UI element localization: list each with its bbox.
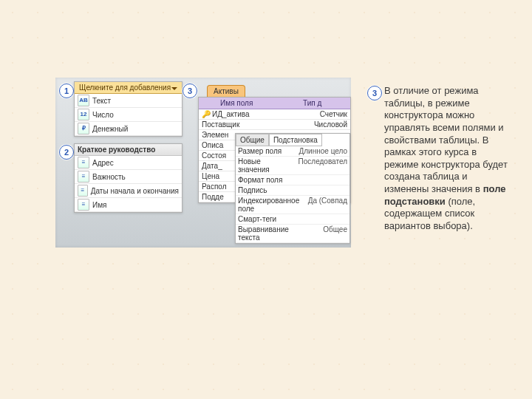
property-label: Подпись <box>236 185 293 195</box>
design-grid-header: Имя поля Тип д <box>199 98 350 109</box>
property-value: Длинное цело <box>293 146 349 156</box>
text-type-icon: AB <box>78 95 89 106</box>
property-label: Выравнивание текста <box>236 225 293 242</box>
property-row[interactable]: Выравнивание текстаОбщее <box>236 225 349 243</box>
column-header-type: Тип д <box>275 98 351 109</box>
dropdown-label: Денежный <box>92 125 128 133</box>
field-type: Счетчик <box>275 109 351 119</box>
property-row[interactable]: Подпись <box>236 185 349 196</box>
primary-key-icon: 🔑 <box>202 110 211 118</box>
field-template-icon: ≡ <box>78 171 89 183</box>
callout-badge-1: 1 <box>59 83 74 98</box>
property-label: Новые значения <box>236 157 293 174</box>
column-header-field: Имя поля <box>199 98 275 109</box>
property-row[interactable]: Смарт-теги <box>236 214 349 225</box>
property-label: Индексированное поле <box>236 196 301 214</box>
list-item-label: Имя <box>92 201 106 209</box>
callout-badge-3b: 3 <box>367 86 382 100</box>
field-template-icon: ≡ <box>78 199 89 211</box>
field-name: ИД_актива <box>212 110 250 118</box>
dropdown-item-text[interactable]: AB Текст <box>75 94 182 108</box>
field-template-icon: ≡ <box>78 157 89 168</box>
properties-tab-lookup[interactable]: Подстановка <box>269 134 322 146</box>
list-item[interactable]: ≡Важность <box>75 170 182 184</box>
explanation-text: В отличие от режима таблицы, в режиме ко… <box>384 85 510 233</box>
property-value: Да (Совпад <box>301 196 349 214</box>
properties-tab-general[interactable]: Общие <box>236 134 269 146</box>
dropdown-header[interactable]: Щелкните для добавления <box>75 82 182 94</box>
dropdown-item-number[interactable]: 12 Число <box>75 108 182 122</box>
property-row[interactable]: Индексированное полеДа (Совпад <box>236 196 349 214</box>
quick-reference-header: Краткое руководство <box>75 144 182 156</box>
list-item[interactable]: ≡Имя <box>75 198 182 212</box>
property-row[interactable]: Размер поляДлинное цело <box>236 146 349 157</box>
list-item-label: Важность <box>92 173 126 181</box>
field-template-icon: ≡ <box>78 185 88 197</box>
field-type: Числовой <box>275 120 351 129</box>
property-value <box>293 175 349 185</box>
property-label: Смарт-теги <box>236 214 293 224</box>
dropdown-item-currency[interactable]: ₽ Денежный <box>75 122 182 136</box>
design-table-tab[interactable]: Активы <box>207 85 245 97</box>
property-row[interactable]: Новые значенияПоследовател <box>236 157 349 175</box>
table-row[interactable]: ПоставщикЧисловой <box>199 120 350 130</box>
number-type-icon: 12 <box>78 109 89 120</box>
property-value <box>293 185 349 195</box>
property-value: Общее <box>293 225 349 242</box>
datatype-dropdown-panel: Щелкните для добавления AB Текст 12 Числ… <box>74 81 183 137</box>
field-name: Поставщик <box>199 120 275 129</box>
property-value <box>293 214 349 224</box>
callout-badge-2: 2 <box>59 145 74 160</box>
paragraph-part1: В отличие от режима таблицы, в режиме ко… <box>384 85 508 194</box>
list-item-label: Адрес <box>92 159 114 167</box>
property-value: Последовател <box>293 157 349 174</box>
dropdown-label: Текст <box>92 97 111 105</box>
dropdown-label: Число <box>92 111 114 119</box>
property-label: Формат поля <box>236 175 293 185</box>
property-tabs: Общие Подстановка <box>236 134 349 146</box>
table-row[interactable]: 🔑ИД_активаСчетчик <box>199 109 350 120</box>
property-row[interactable]: Формат поля <box>236 175 349 185</box>
property-label: Размер поля <box>236 146 293 156</box>
quick-reference-panel: Краткое руководство ≡Адрес ≡Важность ≡Да… <box>74 143 183 213</box>
field-properties-panel: Общие Подстановка Размер поляДлинное цел… <box>235 133 350 244</box>
list-item-label: Даты начала и окончания <box>91 187 179 195</box>
currency-type-icon: ₽ <box>78 123 89 134</box>
callout-badge-3: 3 <box>183 83 197 98</box>
list-item[interactable]: ≡Адрес <box>75 156 182 170</box>
list-item[interactable]: ≡Даты начала и окончания <box>75 184 182 198</box>
